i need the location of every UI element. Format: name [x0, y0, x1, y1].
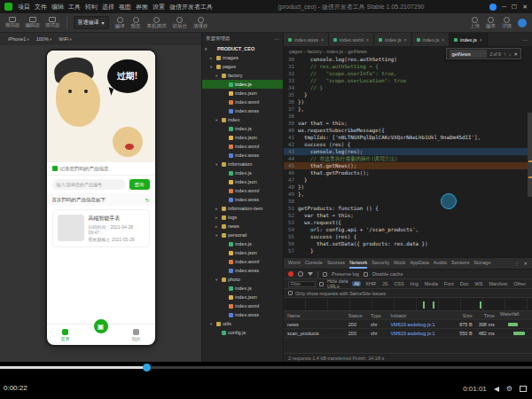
- editor-tab[interactable]: index.js ×: [412, 33, 450, 46]
- resource-type-chip[interactable]: Doc: [458, 281, 471, 286]
- col-size[interactable]: Size: [450, 313, 475, 318]
- resource-type-chip[interactable]: All: [352, 281, 361, 286]
- menu-item[interactable]: 视图: [119, 3, 131, 12]
- resource-type-chip[interactable]: Other: [512, 281, 528, 286]
- menu-item[interactable]: 选择: [102, 3, 114, 12]
- tree-item[interactable]: ▾ pages: [202, 62, 283, 71]
- breadcrumb-segment[interactable]: index.js: [326, 49, 346, 54]
- user-avatar[interactable]: [518, 19, 527, 27]
- tree-item[interactable]: index.wxss: [202, 195, 283, 204]
- tree-item[interactable]: index.json: [202, 293, 283, 301]
- scrollbar-thumb[interactable]: [528, 113, 532, 197]
- close-tab-icon[interactable]: ×: [366, 37, 369, 43]
- volume-icon[interactable]: [494, 387, 499, 392]
- debugger-tab[interactable]: Storage: [473, 258, 490, 269]
- tab-home[interactable]: 首页: [61, 329, 70, 341]
- network-timeline[interactable]: [284, 298, 532, 311]
- disable-cache-checkbox[interactable]: [364, 272, 368, 277]
- editor-tab[interactable]: index.js ×: [374, 33, 412, 46]
- close-tab-icon[interactable]: ×: [442, 37, 444, 43]
- debugger-tab[interactable]: Network: [349, 258, 367, 269]
- search-button[interactable]: 查询: [129, 179, 150, 190]
- request-initiator[interactable]: VM619 asdebug.js:1: [390, 331, 450, 336]
- clear-icon[interactable]: [298, 271, 303, 277]
- preserve-log-checkbox[interactable]: [323, 272, 327, 277]
- breadcrumb-segment[interactable]: getNews: [348, 49, 366, 54]
- menu-item[interactable]: 转到: [85, 3, 98, 12]
- tree-item[interactable]: index.wxml: [202, 142, 283, 151]
- tree-item[interactable]: index.js: [202, 239, 283, 248]
- tree-item[interactable]: ▸ images: [202, 53, 283, 62]
- simulator-device-option[interactable]: 100%: [36, 36, 52, 42]
- tree-item[interactable]: index.json: [202, 89, 283, 98]
- toolbar-action-button[interactable]: 清缓存: [193, 17, 208, 29]
- debugger-tab[interactable]: Security: [372, 258, 389, 269]
- tree-item[interactable]: index.js: [202, 284, 283, 293]
- close-tab-icon[interactable]: ×: [480, 37, 482, 43]
- tree-item[interactable]: ▾ photo: [202, 275, 283, 284]
- product-card[interactable]: 高端智能手表 扫码时间：2021-04-28 09:47 有效期截止 2021-…: [52, 209, 150, 247]
- tree-item[interactable]: index.wxss: [202, 151, 283, 160]
- toolbar-action-button[interactable]: 预览: [131, 17, 141, 29]
- refresh-icon[interactable]: ↻: [145, 197, 149, 203]
- resource-type-chip[interactable]: Media: [423, 281, 440, 286]
- toolbar-right-action-button[interactable]: 详情: [502, 17, 512, 29]
- status-badge[interactable]: [489, 4, 497, 11]
- breadcrumb-segment[interactable]: factory: [307, 49, 325, 54]
- maximize-icon[interactable]: ☐: [512, 4, 517, 11]
- panel-toggle-button[interactable]: 调试器: [45, 17, 60, 28]
- fullscreen-icon[interactable]: [520, 386, 527, 392]
- tree-item[interactable]: index.json: [202, 133, 283, 142]
- toolbar-action-button[interactable]: 真机调试: [147, 17, 167, 29]
- tree-item[interactable]: ▾ PRODUCT_CEO: [202, 44, 283, 53]
- filter-icon[interactable]: [308, 272, 313, 276]
- toolbar-right-action-button[interactable]: 版本: [486, 17, 496, 29]
- resource-type-chip[interactable]: Manifest: [487, 281, 509, 286]
- debugger-tab[interactable]: Wxml: [288, 258, 301, 269]
- network-request-row[interactable]: scan_products 200 xhr VM619 asdebug.js:1…: [284, 329, 532, 338]
- menu-item[interactable]: 项目: [18, 3, 30, 12]
- tree-item[interactable]: index.wxml: [202, 257, 283, 266]
- product-code-input[interactable]: 输入/选择您的产品编号: [52, 179, 126, 190]
- simulator-device-option[interactable]: iPhone1: [8, 36, 29, 42]
- panel-toggle-button[interactable]: 编辑器: [26, 17, 41, 28]
- close-debugger-icon[interactable]: ✕: [523, 261, 528, 266]
- debugger-tab[interactable]: Mock: [394, 258, 405, 269]
- minimize-icon[interactable]: ─: [502, 4, 506, 10]
- find-previous-icon[interactable]: ↑: [504, 51, 506, 57]
- close-icon[interactable]: ✕: [522, 4, 528, 11]
- debugger-tab[interactable]: Sources: [327, 258, 345, 269]
- tree-item[interactable]: ▾ index: [202, 115, 283, 124]
- menu-item[interactable]: 文件: [35, 3, 47, 12]
- hide-data-urls-checkbox[interactable]: [319, 282, 324, 286]
- toolbar-action-button[interactable]: 编译: [115, 17, 125, 29]
- tree-item[interactable]: index.wxss: [202, 266, 283, 275]
- find-close-icon[interactable]: ✕: [513, 51, 518, 57]
- network-request-row[interactable]: news 200 xhr VM619 asdebug.js:1 875 B 39…: [284, 320, 532, 329]
- tree-item[interactable]: ▾ personal: [202, 231, 283, 239]
- request-initiator[interactable]: VM619 asdebug.js:1: [390, 322, 450, 327]
- more-actions-icon[interactable]: ⋯: [522, 36, 528, 43]
- debugger-tab[interactable]: Audits: [434, 258, 447, 269]
- resource-type-chip[interactable]: JS: [380, 281, 389, 286]
- video-progress-bar[interactable]: [0, 366, 532, 369]
- tree-item[interactable]: index.js: [202, 124, 283, 133]
- resource-type-chip[interactable]: Font: [442, 281, 456, 286]
- menu-item[interactable]: 工具: [68, 3, 81, 12]
- tree-item[interactable]: index.wxss: [202, 310, 283, 319]
- kebab-menu-icon[interactable]: ⋮: [514, 261, 520, 266]
- tree-item[interactable]: ▾ information: [202, 160, 283, 168]
- tree-item[interactable]: index.wxml: [202, 98, 283, 106]
- settings-gear-icon[interactable]: ⚙: [506, 385, 512, 393]
- find-next-icon[interactable]: ↓: [509, 51, 512, 57]
- menu-item[interactable]: 设置: [153, 3, 165, 12]
- scan-button[interactable]: ▣: [92, 317, 110, 335]
- tree-item[interactable]: index.json: [202, 177, 283, 186]
- resource-type-chip[interactable]: XHR: [364, 281, 378, 286]
- filter-input[interactable]: Filter: [288, 281, 316, 287]
- tree-item[interactable]: index.wxml: [202, 301, 283, 310]
- col-time[interactable]: Time: [475, 313, 497, 318]
- tree-item[interactable]: index.wxml: [202, 186, 283, 195]
- debugger-tab[interactable]: Sensors: [451, 258, 469, 269]
- col-type[interactable]: Type: [371, 313, 390, 318]
